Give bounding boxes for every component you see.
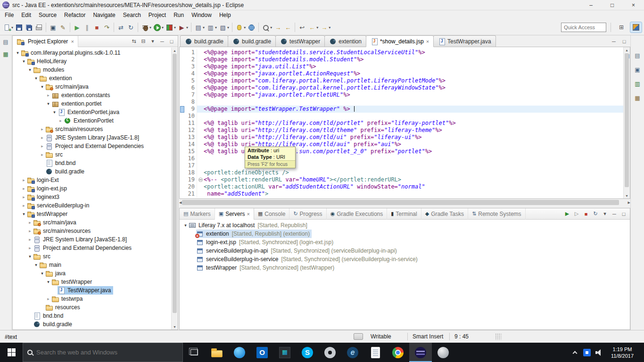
tree-item[interactable]: ▾HelloLiferay: [13, 57, 171, 66]
scrollbar-thumb[interactable]: [625, 53, 629, 187]
link-with-editor-icon[interactable]: ⇆: [130, 37, 138, 46]
close-icon[interactable]: ×: [71, 39, 74, 44]
scroll-down-icon[interactable]: ▼: [625, 193, 628, 198]
tray-app-button[interactable]: [581, 343, 593, 362]
collapse-arrow-icon[interactable]: ▾: [21, 212, 27, 216]
tree-item[interactable]: TestWrapper.java: [13, 286, 171, 295]
server-item[interactable]: serviceBuilderplug-in-service[Started, S…: [180, 255, 630, 263]
view-tab-markers[interactable]: ▤Markers: [180, 208, 215, 220]
tree-item[interactable]: ▾java: [13, 269, 171, 278]
tree-item[interactable]: ▸src/main/java: [13, 218, 171, 227]
print-button[interactable]: [34, 22, 44, 33]
code-line[interactable]: 19<%-- <portlet:renderURL var="homeURL">…: [180, 176, 623, 183]
next-annotation-button[interactable]: →: [273, 22, 283, 33]
expand-arrow-icon[interactable]: ▸: [27, 237, 33, 242]
explorer-scrollbar[interactable]: ▲ ▼: [171, 48, 178, 329]
tree-item[interactable]: ▸login-Ext: [13, 176, 171, 184]
collapse-arrow-icon[interactable]: ▾: [27, 67, 33, 72]
server-item[interactable]: ×extention[Started, Republish] (extentio…: [180, 230, 630, 238]
expand-arrow-icon[interactable]: ▸: [39, 152, 45, 157]
dropdown-arrow-icon[interactable]: ▾: [162, 25, 164, 30]
tree-item[interactable]: ▾src/main/java: [13, 82, 171, 91]
view-menu-icon[interactable]: ▾: [149, 37, 157, 46]
editor-tab-extention[interactable]: extention: [324, 35, 366, 47]
tree-item[interactable]: ▸src: [13, 150, 171, 159]
quick-access-input[interactable]: [561, 23, 606, 32]
profile-server-icon[interactable]: ▷: [572, 210, 581, 218]
maximize-view-icon[interactable]: □: [167, 37, 176, 46]
taskbar-app-photos[interactable]: [273, 343, 296, 362]
tree-item[interactable]: ▸ExtentionPortlet: [13, 116, 171, 125]
minimized-search-view-icon[interactable]: ▦: [633, 94, 642, 102]
tree-item[interactable]: ▾extention.portlet: [13, 99, 171, 108]
search-input[interactable]: [36, 349, 178, 356]
tree-item[interactable]: ▸Project and External Dependencies: [13, 244, 171, 252]
collapse-arrow-icon[interactable]: ▾: [39, 271, 45, 276]
start-button[interactable]: [0, 343, 23, 362]
open-terminal-button[interactable]: ▣: [48, 22, 58, 33]
code-line[interactable]: 20<portlet:actionURL var="addStudentActi…: [180, 183, 623, 190]
editor-vscrollbar[interactable]: ▲ ▼: [623, 47, 630, 198]
collapse-arrow-icon[interactable]: ▾: [45, 101, 51, 106]
web-browser-button[interactable]: [247, 22, 256, 33]
taskbar-app-document-app[interactable]: [364, 343, 387, 362]
volume-button[interactable]: [593, 343, 605, 362]
back-button[interactable]: ←▾: [307, 22, 319, 33]
collapse-arrow-icon[interactable]: ▾: [21, 59, 27, 64]
view-tab-gradle-executions[interactable]: ◉Gradle Executions: [327, 208, 388, 220]
expand-arrow-icon[interactable]: ▸: [21, 178, 27, 182]
menu-file[interactable]: File: [1, 11, 17, 19]
menu-source[interactable]: Source: [35, 11, 60, 19]
dropdown-arrow-icon[interactable]: ▾: [203, 25, 205, 30]
tree-item[interactable]: ▸JRE System Library [JavaSE-1.8]: [13, 133, 171, 142]
server-item[interactable]: login-ext.jsp[Started, Synchronized] (lo…: [180, 238, 630, 247]
publish-to-server-button[interactable]: ⇄: [116, 22, 126, 33]
expand-arrow-icon[interactable]: ▸: [58, 118, 64, 123]
code-line[interactable]: 9<%@page import="testWrapper.TestWrapper…: [180, 106, 623, 113]
collapse-arrow-icon[interactable]: ▾: [33, 76, 39, 81]
dropdown-arrow-icon[interactable]: ▾: [11, 25, 13, 30]
view-tab-terminal[interactable]: ▮Terminal: [387, 208, 421, 220]
new-servlet-button[interactable]: ▤▾: [193, 22, 206, 33]
view-menu-icon[interactable]: ▾: [601, 210, 609, 218]
taskbar-search[interactable]: [23, 343, 183, 362]
tree-item[interactable]: ▸serviceBuilderplug-in: [13, 201, 171, 210]
taskbar-app-app-blue-circle[interactable]: [228, 343, 251, 362]
tree-item[interactable]: build.gradle: [13, 320, 171, 329]
server-item[interactable]: serviceBuilderplug-in-api[Started, Synch…: [180, 247, 630, 255]
expand-arrow-icon[interactable]: ▸: [27, 220, 33, 225]
editor-tab-testwrapper[interactable]: testWrapper: [275, 35, 325, 47]
code-line[interactable]: 11<%@ taglib uri="http://liferay.com/tld…: [180, 120, 623, 127]
tree-item[interactable]: ▾testWrapper: [13, 210, 171, 218]
editor-tab-build-gradle[interactable]: build.gradle: [180, 35, 228, 47]
task-view-button[interactable]: [183, 343, 206, 362]
code-line[interactable]: 12<%@ taglib uri="http://liferay.com/tld…: [180, 127, 623, 134]
terminate-button[interactable]: ■: [92, 22, 102, 33]
minimize-view-icon[interactable]: ─: [610, 210, 619, 218]
scroll-down-icon[interactable]: ▼: [173, 324, 176, 329]
collapse-fold-icon[interactable]: [198, 178, 203, 182]
collapse-arrow-icon[interactable]: ▾: [33, 263, 39, 267]
new-package-button[interactable]: ▧▾: [218, 22, 230, 33]
dropdown-arrow-icon[interactable]: ▾: [174, 25, 176, 30]
close-icon[interactable]: ×: [426, 39, 429, 44]
code-pane[interactable]: 1<%@page import="studentdetails.service.…: [180, 47, 623, 198]
taskbar-app-outlook[interactable]: O: [251, 343, 273, 362]
code-line[interactable]: 18<portlet:defineObjects />: [180, 169, 623, 176]
taskbar-app-settings[interactable]: [319, 343, 341, 362]
suspend-button[interactable]: ∥: [82, 22, 92, 33]
code-line[interactable]: 6<%@page import="com.liferay.portal.kern…: [180, 84, 623, 91]
dropdown-arrow-icon[interactable]: ▾: [227, 25, 229, 30]
minimize-button[interactable]: –: [580, 0, 602, 10]
collapse-all-icon[interactable]: ⊟: [139, 37, 148, 46]
taskbar-app-edge[interactable]: e: [341, 343, 364, 362]
editor-tab--show-details-jsp[interactable]: *show_details.jsp×: [366, 35, 434, 47]
code-line[interactable]: 4<%@page import="javax.portlet.ActionReq…: [180, 70, 623, 77]
tree-item[interactable]: bnd.bnd: [13, 159, 171, 167]
step-over-button[interactable]: ↷: [102, 22, 112, 33]
scrollbar-track[interactable]: [182, 199, 627, 206]
close-icon[interactable]: ×: [247, 211, 250, 217]
dropdown-arrow-icon[interactable]: ▾: [215, 25, 217, 30]
expand-arrow-icon[interactable]: ▸: [21, 195, 27, 199]
collapse-arrow-icon[interactable]: ▾: [39, 84, 45, 89]
